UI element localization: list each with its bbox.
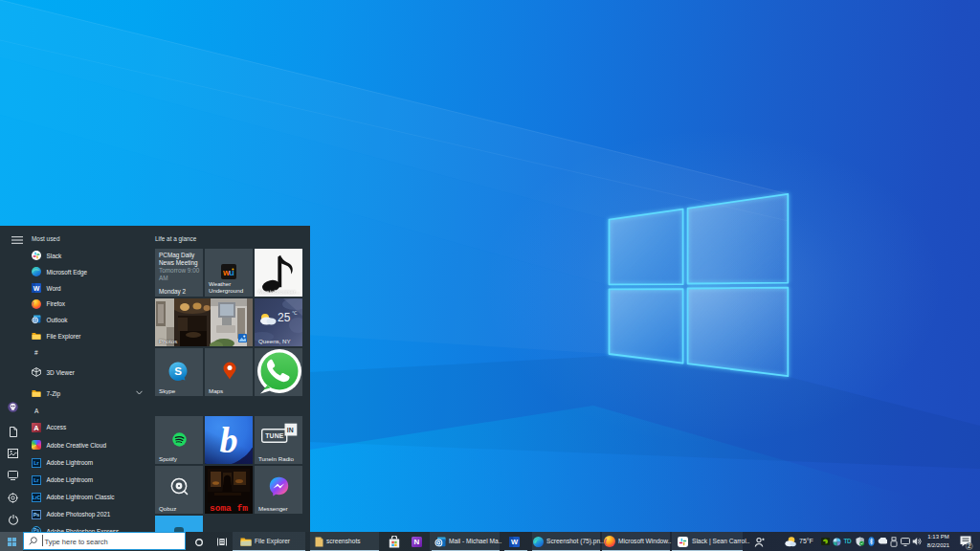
svg-text:W: W <box>33 285 40 292</box>
svg-text:W: W <box>510 538 518 546</box>
svg-text:soma fm: soma fm <box>210 503 248 512</box>
svg-text:IN: IN <box>287 427 294 433</box>
svg-text:S: S <box>174 365 182 377</box>
svg-text:N: N <box>414 538 420 546</box>
svg-text:2: 2 <box>968 542 971 549</box>
svg-text:TUNE: TUNE <box>265 432 284 439</box>
svg-text:A: A <box>33 423 39 431</box>
